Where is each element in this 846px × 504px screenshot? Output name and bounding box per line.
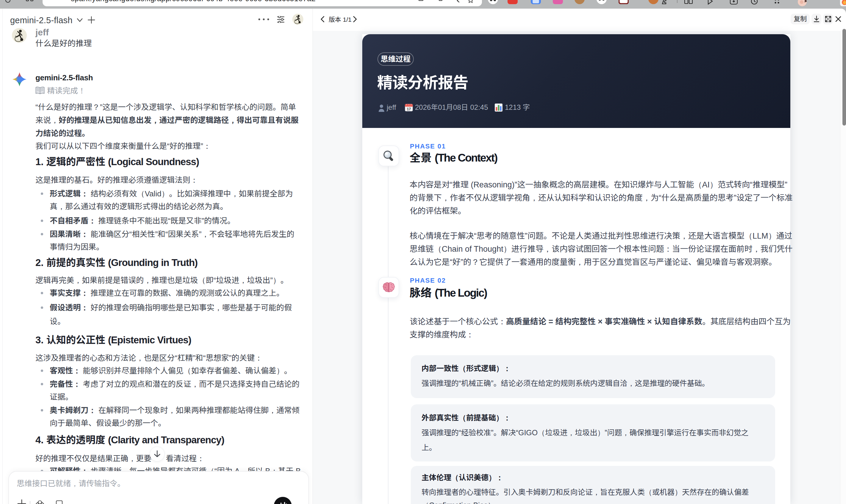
- svg-text:17: 17: [407, 107, 411, 111]
